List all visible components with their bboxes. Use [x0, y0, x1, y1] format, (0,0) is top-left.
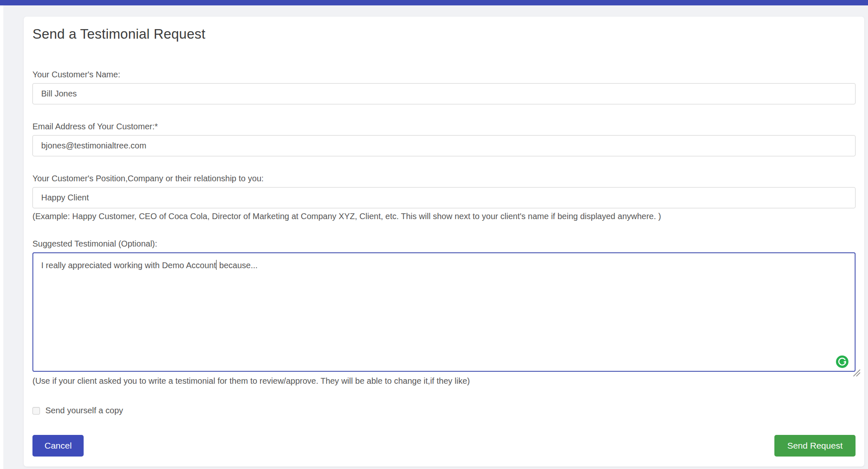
testimonial-textarea[interactable]: I really appreciated working with Demo A…	[32, 252, 856, 372]
position-example-hint: (Example: Happy Customer, CEO of Coca Co…	[32, 211, 856, 221]
customer-email-input[interactable]	[32, 135, 856, 156]
send-copy-checkbox[interactable]	[32, 407, 40, 415]
send-request-button[interactable]: Send Request	[774, 435, 856, 457]
customer-name-label: Your Customer's Name:	[32, 70, 856, 79]
testimonial-text-after: because...	[217, 261, 258, 270]
send-copy-checkbox-row[interactable]: Send yourself a copy	[32, 406, 856, 415]
customer-position-input[interactable]	[32, 187, 856, 208]
testimonial-textarea-wrap: I really appreciated working with Demo A…	[32, 252, 856, 372]
testimonial-text-before: I really appreciated working with Demo A…	[41, 261, 216, 270]
suggested-testimonial-label: Suggested Testimonial (Optional):	[32, 239, 856, 249]
customer-position-group: Your Customer's Position,Company or thei…	[32, 174, 856, 221]
suggested-testimonial-group: Suggested Testimonial (Optional): I real…	[32, 239, 856, 386]
send-copy-label: Send yourself a copy	[45, 406, 123, 415]
customer-name-input[interactable]	[32, 83, 856, 104]
customer-email-label: Email Address of Your Customer:*	[32, 122, 856, 131]
page-title: Send a Testimonial Request	[32, 26, 856, 42]
testimonial-request-card: Send a Testimonial Request Your Customer…	[24, 17, 864, 467]
cancel-button[interactable]: Cancel	[32, 435, 84, 457]
grammarly-circle	[836, 355, 848, 368]
form-actions: Cancel Send Request	[32, 435, 856, 457]
testimonial-usage-hint: (Use if your client asked you to write a…	[32, 376, 856, 386]
top-accent-bar	[0, 0, 868, 5]
grammarly-icon[interactable]	[836, 355, 848, 368]
customer-email-group: Email Address of Your Customer:*	[32, 122, 856, 156]
customer-name-group: Your Customer's Name:	[32, 70, 856, 104]
resize-handle-icon[interactable]	[852, 368, 861, 377]
customer-position-label: Your Customer's Position,Company or thei…	[32, 174, 856, 183]
